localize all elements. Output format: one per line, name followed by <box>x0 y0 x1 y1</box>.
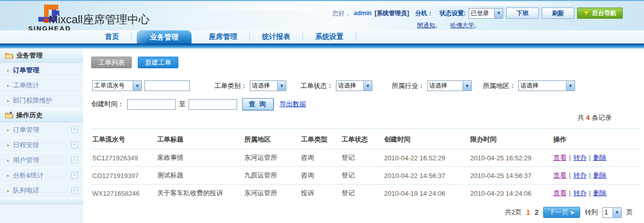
forward-link[interactable]: 转办 <box>573 154 586 161</box>
delete-link[interactable]: 删除 <box>593 189 607 197</box>
created-to-input[interactable] <box>188 99 237 110</box>
ticket-status-label: 工单状态： <box>300 81 333 91</box>
app-header: SINGHEAD Mixcall座席管理中心 您好， admin [系统管理员]… <box>0 0 644 30</box>
refresh-button[interactable]: 刷新 <box>542 8 574 19</box>
cell-created: 2010-04-22 14:56:37 <box>383 167 469 185</box>
region-select[interactable]: 请选择 ▼ <box>518 80 575 91</box>
app-title: Mixcall座席管理中心 <box>49 12 149 27</box>
tab-statistics-report[interactable]: 统计报表 <box>250 32 302 41</box>
ticket-status-select[interactable]: 请选择 ▼ <box>336 80 372 91</box>
col-header-actions: 操作 <box>552 130 640 149</box>
view-link[interactable]: 查看 <box>553 154 566 161</box>
table-row: SC1271926349 家政事情 东河运管所 咨询 登记 2010-04-22… <box>91 149 640 167</box>
chevron-down-icon: ▼ <box>277 81 286 91</box>
search-field-select[interactable]: 工单流水号 ▼ <box>92 80 142 91</box>
cell-region: 东河运管所 <box>243 185 300 202</box>
table-row: WX1271658246 关于客车乱收费的投诉 东河运管所 投诉 登记 2010… <box>91 185 640 202</box>
cell-created: 2010-04-19 14:24:06 <box>383 185 469 202</box>
school-link[interactable]: 哈佛大学 <box>450 22 474 29</box>
cell-status: 登记 <box>340 167 383 185</box>
table-header-row: 工单流水号 工单标题 所属地区 工单类型 工单状态 创建时间 限办时间 操作 <box>91 130 640 149</box>
delete-link[interactable]: 删除 <box>593 171 607 179</box>
chevron-down-icon: ▼ <box>463 81 471 91</box>
chevron-down-icon: ▼ <box>566 81 575 91</box>
table-divider <box>91 128 640 129</box>
sidebar: 业务管理 ▸ 订单管理 ▸ 工单统计 ▸ 部门权限维护 操作历史 ▸ 订单管理 … <box>0 49 86 223</box>
keyword-input[interactable] <box>144 80 190 91</box>
arrow-right-icon: ▸ <box>7 173 10 178</box>
status-select[interactable]: 已登录 ▼ <box>469 8 503 19</box>
page-1-current[interactable]: 1 <box>526 208 530 216</box>
sidebar-item-history-order[interactable]: ▸ 订单管理 ✕ <box>0 122 83 138</box>
col-header-serial: 工单流水号 <box>91 130 156 149</box>
view-link[interactable]: 查看 <box>553 189 566 197</box>
cell-title: 家政事情 <box>156 149 243 167</box>
status-filter-group: 工单状态： 请选择 ▼ <box>300 80 372 91</box>
tab-separator <box>131 33 132 41</box>
sidebar-item-analysis-statistics[interactable]: ▸ 分析&统计 ✕ <box>0 168 83 183</box>
search-button[interactable]: 查 询 <box>242 98 274 110</box>
col-header-title: 工单标题 <box>156 130 243 149</box>
sidebar-item-order-management[interactable]: ▸ 订单管理 <box>0 63 83 78</box>
cell-serial: WX1271658246 <box>91 185 156 202</box>
arrow-right-icon: ▸ <box>7 83 10 88</box>
tab-home[interactable]: 首页 <box>93 32 131 41</box>
sidebar-item-user-management[interactable]: ▸ 用户管理 ✕ <box>0 153 83 168</box>
created-from-input[interactable] <box>127 99 176 110</box>
close-icon[interactable]: ✕ <box>71 157 78 163</box>
sidebar-footer <box>0 198 83 204</box>
goto-page-select[interactable]: 1 ▼ <box>602 207 622 218</box>
close-icon[interactable]: ✕ <box>71 142 78 148</box>
new-ticket-button[interactable]: 新建工单 <box>138 57 178 68</box>
sidebar-item-queue-calls[interactable]: ▸ 队列电话 ✕ <box>0 183 83 198</box>
cell-deadline: 2010-04-25 14:56:37 <box>469 167 552 185</box>
off-duty-button[interactable]: 下班 <box>506 8 539 19</box>
created-time-label: 创建时间： <box>91 100 124 109</box>
close-icon[interactable]: ✕ <box>71 172 78 179</box>
arrow-right-icon: ▸ <box>7 98 10 103</box>
next-page-button[interactable]: 下一页 ▶ <box>543 207 580 218</box>
tab-business-management[interactable]: 业务管理 <box>137 30 192 43</box>
close-icon[interactable]: ✕ <box>71 187 78 194</box>
record-count: 共4条记录 <box>91 113 640 122</box>
page: SINGHEAD Mixcall座席管理中心 您好， admin [系统管理员]… <box>0 0 644 223</box>
view-link[interactable]: 查看 <box>553 171 566 179</box>
arrow-right-icon: ▸ <box>7 68 10 73</box>
forward-link[interactable]: 转办 <box>573 189 586 197</box>
sidebar-section-business[interactable]: 业务管理 <box>0 49 83 63</box>
forward-link[interactable]: 转办 <box>573 171 586 179</box>
ticket-list-button[interactable]: 工单列表 <box>91 57 132 68</box>
sidebar-section-history[interactable]: 操作历史 <box>0 108 83 122</box>
filter-row-2: 创建时间： 至 查 询 导出数据 <box>91 98 640 110</box>
header-decoration <box>384 2 599 6</box>
keyword-filter-group: 工单流水号 ▼ <box>92 80 190 91</box>
export-data-link[interactable]: 导出数据 <box>280 100 306 109</box>
tab-system-settings[interactable]: 系统设置 <box>303 32 356 41</box>
notice-link[interactable]: 閔通知 <box>417 22 435 29</box>
backstage-nav-button[interactable]: 后台导航 <box>577 8 623 19</box>
cell-status: 登记 <box>340 185 383 202</box>
delete-link[interactable]: 删除 <box>593 154 607 161</box>
cell-region: 东河运管所 <box>243 149 300 167</box>
folder-icon <box>5 112 13 118</box>
tab-separator <box>356 33 356 41</box>
cell-actions: 查看|转办|删除 <box>552 185 640 202</box>
sidebar-item-ticket-statistics[interactable]: ▸ 工单统计 <box>0 78 83 93</box>
username-link[interactable]: admin <box>354 10 371 17</box>
page-2-link[interactable]: 2 <box>535 208 539 216</box>
cell-type: 咨询 <box>300 149 340 167</box>
close-icon[interactable]: ✕ <box>71 126 78 133</box>
sidebar-item-schedule[interactable]: ▸ 日程安排 ✕ <box>0 138 83 153</box>
arrow-right-icon: ▸ <box>7 127 10 132</box>
col-header-deadline: 限办时间 <box>469 130 552 149</box>
down-arrow-icon <box>584 11 589 15</box>
table-row: CO1271919397 测试标题 九原运管所 咨询 登记 2010-04-22… <box>91 167 640 185</box>
cell-serial: CO1271919397 <box>91 167 156 185</box>
sidebar-item-department-permission[interactable]: ▸ 部门权限维护 <box>0 93 83 108</box>
industry-select[interactable]: 请选择 ▼ <box>427 80 472 91</box>
cell-actions: 查看|转办|删除 <box>552 167 640 185</box>
ticket-type-select[interactable]: 请选择 ▼ <box>250 80 286 91</box>
tab-agent-management[interactable]: 座席管理 <box>197 32 249 41</box>
type-filter-group: 工单类别： 请选择 ▼ <box>214 80 286 91</box>
page-total: 共2页 <box>505 208 521 217</box>
